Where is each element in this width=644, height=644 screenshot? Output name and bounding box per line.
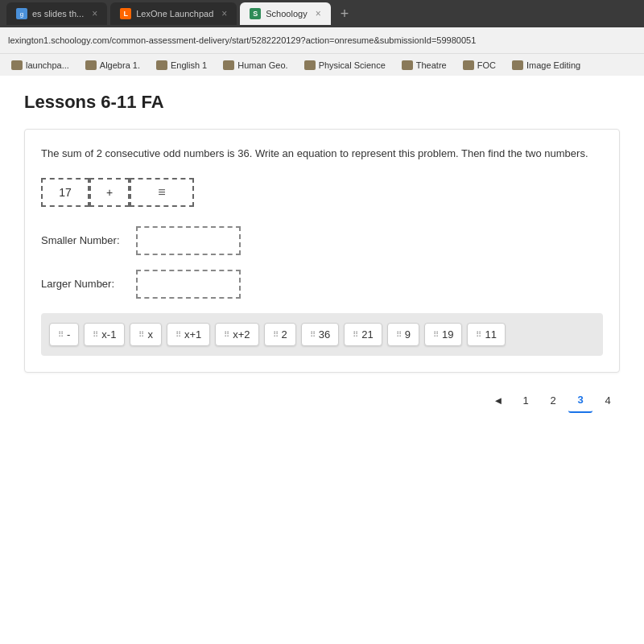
tile-label: 11 bbox=[485, 328, 496, 341]
equation-area: 17 + bbox=[41, 178, 603, 207]
question-box: The sum of 2 consecutive odd numbers is … bbox=[24, 129, 620, 373]
bookmark-folder-icon bbox=[156, 60, 167, 70]
tab-schoology[interactable]: S Schoology × bbox=[240, 2, 330, 25]
bookmark-folder-icon bbox=[85, 60, 97, 70]
tile-label: - bbox=[67, 328, 70, 341]
bookmark-launchpa-label: launchpa... bbox=[26, 60, 69, 70]
bookmark-english1[interactable]: English 1 bbox=[151, 59, 212, 72]
bookmark-physicalscience[interactable]: Physical Science bbox=[299, 59, 390, 72]
tab-schoology-label: Schoology bbox=[266, 9, 307, 19]
tab-lexone-close[interactable]: × bbox=[221, 8, 227, 19]
tile-label: 2 bbox=[282, 328, 287, 341]
bookmarks-bar: launchpa... Algebra 1. English 1 Human G… bbox=[0, 53, 644, 76]
bookmark-theatre-label: Theatre bbox=[416, 60, 447, 70]
bookmark-foc[interactable]: FOC bbox=[458, 59, 501, 72]
tiles-area: ⠿-⠿x-1⠿x⠿x+1⠿x+2⠿2⠿36⠿21⠿9⠿19⠿11 bbox=[41, 313, 603, 356]
schoology-favicon: S bbox=[250, 8, 261, 19]
bookmark-algebra1[interactable]: Algebra 1. bbox=[80, 59, 145, 72]
tile-dots-icon: ⠿ bbox=[273, 330, 279, 339]
bookmark-folder-icon bbox=[402, 60, 413, 70]
tab-slides-close[interactable]: × bbox=[92, 8, 97, 19]
tile-minus[interactable]: ⠿- bbox=[49, 323, 79, 346]
tile-11[interactable]: ⠿11 bbox=[467, 323, 505, 346]
bookmark-algebra1-label: Algebra 1. bbox=[100, 60, 140, 70]
tile-19[interactable]: ⠿19 bbox=[424, 323, 462, 346]
pagination: ◄ 1 2 3 4 bbox=[24, 389, 620, 413]
tile-dots-icon: ⠿ bbox=[93, 330, 98, 339]
tile-label: x-1 bbox=[101, 328, 116, 341]
bookmark-folder-icon bbox=[223, 60, 234, 70]
equation-box-1[interactable]: 17 bbox=[41, 178, 89, 207]
new-tab-button[interactable]: + bbox=[334, 6, 356, 23]
question-text: The sum of 2 consecutive odd numbers is … bbox=[41, 146, 603, 162]
bookmark-imageediting[interactable]: Image Editing bbox=[507, 59, 585, 72]
bookmark-foc-label: FOC bbox=[477, 60, 496, 70]
tile-label: x+1 bbox=[184, 328, 201, 341]
tab-lexone[interactable]: L LexOne Launchpad × bbox=[110, 2, 237, 25]
tile-x[interactable]: ⠿x bbox=[130, 323, 162, 346]
tile-dots-icon: ⠿ bbox=[310, 330, 316, 339]
tile-label: 19 bbox=[442, 328, 453, 341]
tile-dots-icon: ⠿ bbox=[175, 330, 181, 339]
browser-chrome: g es slides th... × L LexOne Launchpad ×… bbox=[0, 0, 644, 76]
tile-label: 21 bbox=[361, 328, 373, 341]
page-button-2[interactable]: 2 bbox=[541, 389, 565, 413]
smaller-number-input[interactable] bbox=[136, 226, 241, 255]
smaller-number-label: Smaller Number: bbox=[41, 234, 130, 246]
bookmark-folder-icon bbox=[304, 60, 316, 70]
page-button-1[interactable]: 1 bbox=[514, 389, 538, 413]
tab-bar: g es slides th... × L LexOne Launchpad ×… bbox=[0, 0, 644, 27]
bookmark-physicalscience-label: Physical Science bbox=[319, 60, 386, 70]
tile-label: 36 bbox=[319, 328, 330, 341]
tab-schoology-close[interactable]: × bbox=[316, 8, 321, 19]
tile-dots-icon: ⠿ bbox=[476, 330, 481, 339]
url-text: lexington1.schoology.com/common-assessme… bbox=[8, 35, 476, 45]
tile-dots-icon: ⠿ bbox=[353, 330, 358, 339]
tile-9[interactable]: ⠿9 bbox=[387, 323, 419, 346]
bookmark-folder-icon bbox=[11, 60, 23, 70]
bookmark-humangeo-label: Human Geo. bbox=[237, 60, 287, 70]
tile-dots-icon: ⠿ bbox=[138, 330, 144, 339]
tile-dots-icon: ⠿ bbox=[224, 330, 229, 339]
larger-number-row: Larger Number: bbox=[41, 270, 603, 299]
tab-lexone-label: LexOne Launchpad bbox=[136, 9, 213, 19]
bookmark-imageediting-label: Image Editing bbox=[526, 60, 580, 70]
tile-label: x+2 bbox=[233, 328, 250, 341]
smaller-number-row: Smaller Number: bbox=[41, 226, 603, 255]
page-button-3[interactable]: 3 bbox=[568, 389, 592, 413]
larger-number-input[interactable] bbox=[136, 270, 241, 299]
equation-box-2[interactable]: + bbox=[89, 178, 130, 207]
page-button-4[interactable]: 4 bbox=[596, 389, 620, 413]
tile-dots-icon: ⠿ bbox=[58, 330, 64, 339]
tile-label: x bbox=[147, 328, 153, 341]
tile-2[interactable]: ⠿2 bbox=[264, 323, 296, 346]
tile-36[interactable]: ⠿36 bbox=[301, 323, 339, 346]
page-content: Lessons 6-11 FA The sum of 2 consecutive… bbox=[0, 76, 644, 644]
equation-box-3[interactable] bbox=[130, 178, 194, 207]
tile-21[interactable]: ⠿21 bbox=[344, 323, 382, 346]
bookmark-folder-icon bbox=[512, 60, 523, 70]
tile-label: 9 bbox=[405, 328, 411, 341]
prev-page-button[interactable]: ◄ bbox=[486, 389, 510, 413]
bookmark-english1-label: English 1 bbox=[171, 60, 207, 70]
tab-slides[interactable]: g es slides th... × bbox=[6, 2, 107, 25]
lexone-favicon: L bbox=[120, 8, 131, 19]
slides-favicon: g bbox=[16, 8, 27, 19]
tile-dots-icon: ⠿ bbox=[433, 330, 439, 339]
tile-x+2[interactable]: ⠿x+2 bbox=[215, 323, 258, 346]
bookmark-folder-icon bbox=[463, 60, 474, 70]
tile-x-1[interactable]: ⠿x-1 bbox=[84, 323, 125, 346]
tab-slides-label: es slides th... bbox=[32, 9, 84, 19]
bookmark-launchpa[interactable]: launchpa... bbox=[6, 59, 74, 72]
address-bar[interactable]: lexington1.schoology.com/common-assessme… bbox=[0, 27, 644, 53]
bookmark-humangeo[interactable]: Human Geo. bbox=[218, 59, 292, 72]
tile-x+1[interactable]: ⠿x+1 bbox=[167, 323, 210, 346]
larger-number-label: Larger Number: bbox=[41, 278, 130, 290]
page-title: Lessons 6-11 FA bbox=[24, 92, 620, 113]
tile-dots-icon: ⠿ bbox=[396, 330, 402, 339]
bookmark-theatre[interactable]: Theatre bbox=[397, 59, 452, 72]
